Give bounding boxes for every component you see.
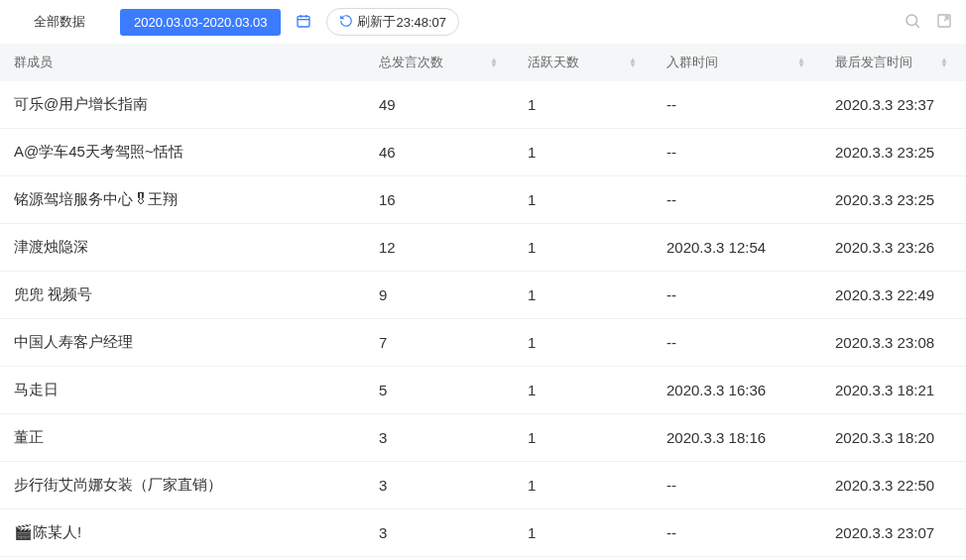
all-data-label: 全部数据 [34,13,85,31]
cell-last_speak_time: 2020.3.3 23:26 [823,224,966,272]
refresh-label: 刷新于 [357,13,396,31]
cell-last_speak_time: 2020.3.3 23:25 [823,129,966,176]
cell-active_days: 1 [516,367,655,414]
cell-member: 中国人寿客户经理 [0,319,367,367]
expand-icon-button[interactable] [934,12,954,32]
cell-last_speak_time: 2020.3.3 23:25 [823,176,966,224]
sort-icon[interactable]: ▲▼ [490,57,498,67]
cell-last_speak_time: 2020.3.3 22:49 [823,272,966,319]
data-table: 群成员 总发言次数 ▲▼ 活跃天数 ▲▼ 入群时间 ▲▼ 最后发言时间 ▲▼ [0,44,966,557]
cell-join_time: 2020.3.3 12:54 [655,224,823,272]
cell-active_days: 1 [516,462,655,509]
column-header-active-days[interactable]: 活跃天数 ▲▼ [516,44,655,81]
cell-join_time: -- [655,129,823,176]
cell-speak_count: 7 [367,319,516,367]
column-header-join-time[interactable]: 入群时间 ▲▼ [655,44,823,81]
column-label: 总发言次数 [379,55,443,69]
cell-active_days: 1 [516,81,655,129]
cell-join_time: -- [655,176,823,224]
cell-member: 马走日 [0,367,367,414]
cell-last_speak_time: 2020.3.3 18:20 [823,414,966,462]
column-header-speak-count[interactable]: 总发言次数 ▲▼ [367,44,516,81]
cell-member: 铭源驾培服务中心🎖王翔 [0,176,367,224]
cell-member: 可乐@用户增长指南 [0,81,367,129]
column-label: 活跃天数 [528,55,579,69]
cell-active_days: 1 [516,272,655,319]
cell-member: 步行街艾尚娜女装（厂家直销） [0,462,367,509]
date-range-button[interactable]: 2020.03.03-2020.03.03 [120,9,281,36]
cell-join_time: -- [655,81,823,129]
cell-speak_count: 46 [367,129,516,176]
sort-icon[interactable]: ▲▼ [629,57,637,67]
search-icon [904,12,921,33]
cell-active_days: 1 [516,509,655,557]
cell-member: A@学车45天考驾照~恬恬 [0,129,367,176]
cell-speak_count: 16 [367,176,516,224]
date-range-text: 2020.03.03-2020.03.03 [134,15,267,30]
column-label: 群成员 [14,55,53,69]
cell-speak_count: 3 [367,462,516,509]
cell-speak_count: 9 [367,272,516,319]
table-wrapper: 群成员 总发言次数 ▲▼ 活跃天数 ▲▼ 入群时间 ▲▼ 最后发言时间 ▲▼ [0,44,966,560]
column-label: 入群时间 [666,55,718,69]
cell-member: 董正 [0,414,367,462]
cell-speak_count: 3 [367,414,516,462]
cell-speak_count: 3 [367,509,516,557]
cell-join_time: -- [655,462,823,509]
toolbar: 全部数据 2020.03.03-2020.03.03 刷新于 23:48:07 [0,0,966,44]
cell-member: 津渡烛隐深 [0,224,367,272]
refresh-icon [339,14,353,31]
cell-join_time: 2020.3.3 16:36 [655,367,823,414]
cell-active_days: 1 [516,414,655,462]
cell-speak_count: 12 [367,224,516,272]
table-row[interactable]: 兜兜 视频号91--2020.3.3 22:49 [0,272,966,319]
cell-last_speak_time: 2020.3.3 23:37 [823,81,966,129]
table-header-row: 群成员 总发言次数 ▲▼ 活跃天数 ▲▼ 入群时间 ▲▼ 最后发言时间 ▲▼ [0,44,966,81]
svg-point-4 [906,15,917,26]
calendar-icon [296,13,311,32]
expand-icon [936,13,952,32]
cell-join_time: -- [655,319,823,367]
cell-last_speak_time: 2020.3.3 23:08 [823,319,966,367]
table-row[interactable]: 🎬陈某人!31--2020.3.3 23:07 [0,509,966,557]
cell-last_speak_time: 2020.3.3 18:21 [823,367,966,414]
table-row[interactable]: A@学车45天考驾照~恬恬461--2020.3.3 23:25 [0,129,966,176]
table-body: 可乐@用户增长指南491--2020.3.3 23:37A@学车45天考驾照~恬… [0,81,966,557]
cell-member: 🎬陈某人! [0,509,367,557]
search-icon-button[interactable] [903,12,922,32]
column-header-last-speak-time[interactable]: 最后发言时间 ▲▼ [823,44,966,81]
svg-line-5 [915,24,919,28]
table-row[interactable]: 可乐@用户增长指南491--2020.3.3 23:37 [0,81,966,129]
calendar-icon-button[interactable] [291,9,316,35]
toolbar-right [903,12,954,32]
svg-rect-0 [298,16,309,27]
table-row[interactable]: 马走日512020.3.3 16:362020.3.3 18:21 [0,367,966,414]
cell-join_time: -- [655,509,823,557]
cell-member: 兜兜 视频号 [0,272,367,319]
column-header-member[interactable]: 群成员 [0,44,367,81]
sort-icon[interactable]: ▲▼ [940,57,948,67]
cell-last_speak_time: 2020.3.3 22:50 [823,462,966,509]
table-row[interactable]: 铭源驾培服务中心🎖王翔161--2020.3.3 23:25 [0,176,966,224]
cell-last_speak_time: 2020.3.3 23:07 [823,509,966,557]
cell-join_time: -- [655,272,823,319]
cell-active_days: 1 [516,319,655,367]
column-label: 最后发言时间 [835,55,912,69]
cell-active_days: 1 [516,176,655,224]
sort-icon[interactable]: ▲▼ [797,57,805,67]
table-row[interactable]: 中国人寿客户经理71--2020.3.3 23:08 [0,319,966,367]
refresh-button[interactable]: 刷新于 23:48:07 [326,8,459,36]
cell-active_days: 1 [516,129,655,176]
cell-join_time: 2020.3.3 18:16 [655,414,823,462]
table-row[interactable]: 董正312020.3.3 18:162020.3.3 18:20 [0,414,966,462]
cell-speak_count: 49 [367,81,516,129]
refresh-time: 23:48:07 [396,15,446,30]
cell-active_days: 1 [516,224,655,272]
table-row[interactable]: 津渡烛隐深1212020.3.3 12:542020.3.3 23:26 [0,224,966,272]
cell-speak_count: 5 [367,367,516,414]
table-row[interactable]: 步行街艾尚娜女装（厂家直销）31--2020.3.3 22:50 [0,462,966,509]
